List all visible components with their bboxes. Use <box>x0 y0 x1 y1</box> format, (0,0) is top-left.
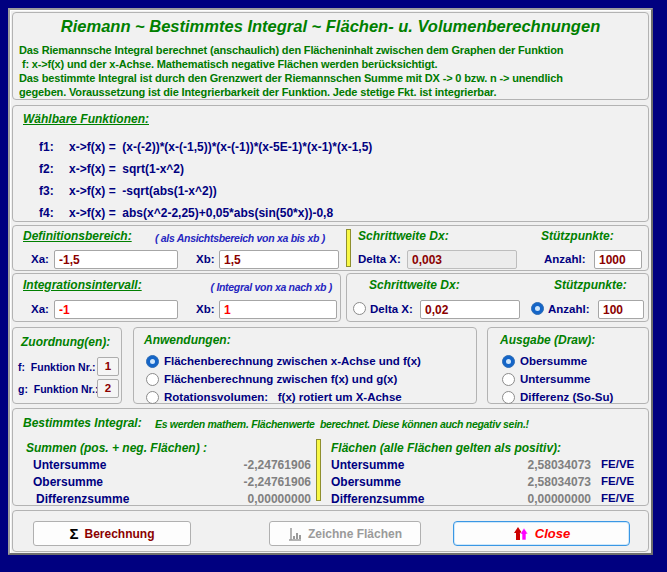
summen-untersumme-label: Untersumme <box>33 458 106 472</box>
close-button[interactable]: Close <box>453 521 630 546</box>
flaechen-differenzsumme-label: Differenzsumme <box>331 492 424 506</box>
flaechen-heading: Flächen (alle Flächen gelten als positiv… <box>331 441 561 455</box>
funktion-g-value[interactable]: 2 <box>97 379 119 398</box>
stuetzpunkte-oben-heading: Stützpunkte: <box>541 229 614 243</box>
page-title: Riemann ~ Bestimmtes Integral ~ Flächen-… <box>13 17 648 36</box>
def-xa-label: Xa: <box>31 253 49 265</box>
function-f2-formula: x->f(x) = sqrt(1-x^2) <box>69 162 184 176</box>
def-xb-input[interactable] <box>219 250 339 269</box>
flaechen-differenzsumme-value: 0,00000000 <box>481 492 591 506</box>
berechnung-button-label: Berechnung <box>85 527 155 541</box>
summen-obersumme-value: -2,24761906 <box>183 475 311 489</box>
radio-untersumme[interactable] <box>502 373 515 386</box>
flaechen-obersumme-value: 2,58034073 <box>481 475 591 489</box>
anwendungen-heading: Anwendungen: <box>144 333 231 347</box>
summen-differenzsumme-label: Differenzsumme <box>36 492 129 506</box>
delta-x-unten-label: Delta X: <box>370 303 413 315</box>
option-rotationsvolumen-label: Rotationsvolumen: f(x) rotiert um X-Achs… <box>164 391 402 403</box>
function-f4-formula: x->f(x) = abs(x^2-2,25)+0,05*abs(sin(50*… <box>69 206 333 220</box>
def-xb-label: Xb: <box>196 253 215 265</box>
option-flaeche-fg-label: Flächenberechnung zwischen f(x) und g(x) <box>164 373 397 385</box>
function-f2: f2:x->f(x) = sqrt(1-x^2) <box>39 162 184 176</box>
integrationsintervall-box: Integrationsintervall: ( Integral von xa… <box>12 273 341 322</box>
radio-delta-x[interactable] <box>353 302 366 315</box>
schrittweite-oben-heading: Schrittweite Dx: <box>358 229 449 243</box>
function-f1-formula: x->f(x) = (x-(-2))*(x-(-1,5))*(x-(-1))*(… <box>69 140 372 154</box>
integral-note: Es werden mathem. Flächenwerte berechnet… <box>155 418 529 430</box>
function-f3: f3:x->f(x) = -sqrt(abs(1-x^2)) <box>39 184 217 198</box>
function-f3-label: f3: <box>39 184 69 198</box>
option-untersumme-label: Untersumme <box>520 373 590 385</box>
schrittweite-unten-heading: Schrittweite Dx: <box>369 278 460 292</box>
functions-heading: Wählbare Funktionen: <box>23 112 149 126</box>
int-xa-input[interactable] <box>54 300 178 319</box>
integral-heading: Bestimmtes Integral: <box>23 416 142 430</box>
funktion-f-value[interactable]: 1 <box>97 357 119 376</box>
header-box: Riemann ~ Bestimmtes Integral ~ Flächen-… <box>12 12 649 100</box>
flaechen-obersumme-label: Obersumme <box>331 475 401 489</box>
zuordnung-box: Zuordnung(en): f: Funktion Nr.: 1 g: Fun… <box>12 327 122 404</box>
flaechen-obersumme-unit: FE/VE <box>601 475 634 487</box>
functions-box: Wählbare Funktionen: f1:x->f(x) = (x-(-2… <box>12 105 649 222</box>
radio-rotationsvolumen[interactable] <box>146 391 159 404</box>
function-f2-label: f2: <box>39 162 69 176</box>
berechnung-button[interactable]: Σ Berechnung <box>33 521 191 546</box>
radio-obersumme[interactable] <box>502 355 515 368</box>
zeichne-flaechen-button-label: Zeichne Flächen <box>308 527 402 541</box>
delta-x-oben-label: Delta X: <box>358 253 401 265</box>
int-xb-input[interactable] <box>219 300 337 319</box>
option-obersumme-label: Obersumme <box>520 355 587 367</box>
anwendungen-box: Anwendungen: Flächenberechnung zwischen … <box>133 327 477 404</box>
riemann-integral-window: Riemann ~ Bestimmtes Integral ~ Flächen-… <box>8 8 653 555</box>
flaechen-untersumme-label: Untersumme <box>331 458 404 472</box>
flaechen-untersumme-value: 2,58034073 <box>481 458 591 472</box>
function-f1: f1:x->f(x) = (x-(-2))*(x-(-1,5))*(x-(-1)… <box>39 140 372 154</box>
radio-flaeche-x-achse[interactable] <box>146 355 159 368</box>
ausgabe-box: Ausgabe (Draw): Obersumme Untersumme Dif… <box>487 327 649 404</box>
chart-axis-icon <box>288 527 302 541</box>
flaechen-differenzsumme-unit: FE/VE <box>601 492 634 504</box>
delta-x-oben-field <box>407 250 517 269</box>
sigma-icon: Σ <box>69 525 78 542</box>
button-bar: Σ Berechnung Zeichne Flächen Close <box>12 510 649 552</box>
integrationsintervall-hint: ( Integral von xa nach xb ) <box>211 281 332 293</box>
function-f3-formula: x->f(x) = -sqrt(abs(1-x^2)) <box>69 184 217 198</box>
summen-differenzsumme-value: 0,00000000 <box>183 492 311 506</box>
definitionsbereich-box: Definitionsbereich: ( als Ansichtsbereic… <box>12 225 649 271</box>
description-line-4: gegeben. Voraussetzung ist die Integrier… <box>19 86 646 98</box>
radio-anzahl[interactable] <box>531 302 544 315</box>
description-line-2: f: x->f(x) und der x-Achse. Mathematisch… <box>19 58 646 70</box>
summen-heading: Summen (pos. + neg. Flächen) : <box>26 441 207 455</box>
yellow-divider <box>316 439 321 501</box>
funktion-g-label: g: Funktion Nr.: <box>18 383 99 395</box>
integral-results-box: Bestimmtes Integral: Es werden mathem. F… <box>12 408 649 506</box>
anzahl-oben-input[interactable] <box>594 250 642 269</box>
summen-obersumme-label: Obersumme <box>33 475 103 489</box>
close-button-label: Close <box>535 526 570 541</box>
zuordnung-heading: Zuordnung(en): <box>21 335 110 349</box>
anzahl-unten-label: Anzahl: <box>548 303 590 315</box>
double-arrow-up-icon <box>513 526 529 541</box>
yellow-divider <box>346 229 351 267</box>
def-xa-input[interactable] <box>54 250 178 269</box>
int-xb-label: Xb: <box>196 303 215 315</box>
function-f4-label: f4: <box>39 206 69 220</box>
definitionsbereich-heading: Definitionsbereich: <box>23 229 132 243</box>
radio-differenz[interactable] <box>502 391 515 404</box>
ausgabe-heading: Ausgabe (Draw): <box>500 333 595 347</box>
description-line-1: Das Riemannsche Integral berechnet (ansc… <box>19 44 646 56</box>
anzahl-unten-input[interactable] <box>598 300 644 319</box>
anzahl-oben-label: Anzahl: <box>544 253 586 265</box>
integrationsintervall-heading: Integrationsintervall: <box>23 278 142 292</box>
zeichne-flaechen-button[interactable]: Zeichne Flächen <box>269 521 421 546</box>
flaechen-untersumme-unit: FE/VE <box>601 458 634 470</box>
option-flaeche-x-achse-label: Flächenberechnung zwischen x-Achse und f… <box>164 355 421 367</box>
function-f4: f4:x->f(x) = abs(x^2-2,25)+0,05*abs(sin(… <box>39 206 333 220</box>
definitionsbereich-hint: ( als Ansichtsbereich von xa bis xb ) <box>155 232 325 244</box>
description-line-3: Das bestimmte Integral ist durch den Gre… <box>19 72 646 84</box>
function-f1-label: f1: <box>39 140 69 154</box>
schrittweite-unten-box: Schrittweite Dx: Stützpunkte: Delta X: A… <box>346 273 649 322</box>
funktion-f-label: f: Funktion Nr.: <box>18 361 96 373</box>
delta-x-unten-input[interactable] <box>420 300 520 319</box>
radio-flaeche-fg[interactable] <box>146 373 159 386</box>
